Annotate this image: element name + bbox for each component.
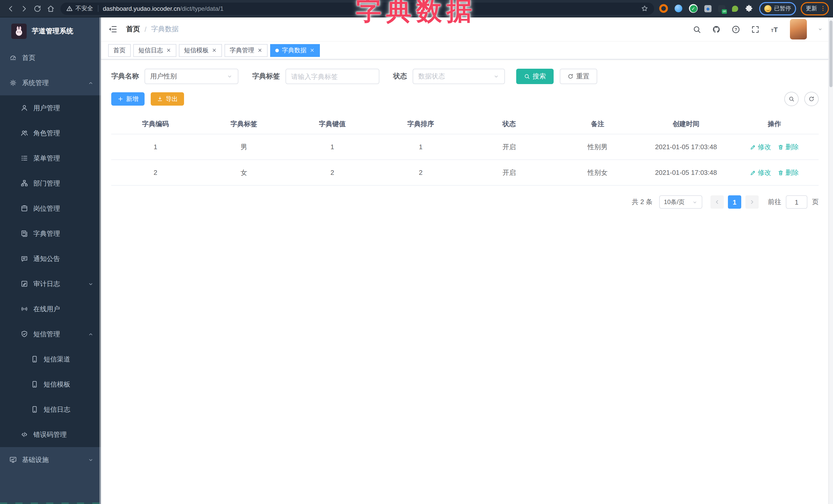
sidebar-item-1[interactable]: 系统管理 bbox=[0, 70, 101, 95]
sidebar-item-14[interactable]: 短信日志 bbox=[0, 397, 101, 422]
sidebar-item-label: 角色管理 bbox=[33, 128, 60, 138]
sidebar-item-3[interactable]: 角色管理 bbox=[0, 120, 101, 146]
browser-forward-button[interactable] bbox=[18, 2, 31, 15]
cell-code: 2 bbox=[111, 160, 200, 185]
refresh-table-button[interactable] bbox=[804, 92, 819, 106]
export-button[interactable]: 导出 bbox=[151, 92, 184, 105]
profile-paused-badge[interactable]: 已暂停 bbox=[759, 2, 796, 15]
status-label: 状态 bbox=[393, 72, 407, 81]
sidebar-item-10[interactable]: 在线用户 bbox=[0, 296, 101, 321]
extension-sprout-icon[interactable] bbox=[732, 5, 738, 11]
update-label: 更新 bbox=[806, 5, 817, 12]
page-unit-label: 页 bbox=[812, 197, 819, 207]
delete-button[interactable]: 删除 bbox=[778, 168, 799, 177]
sidebar-item-0[interactable]: 首页 bbox=[0, 45, 101, 70]
tabs-bar: 首页短信日志短信模板字典管理字典数据 bbox=[101, 41, 829, 59]
help-icon[interactable] bbox=[732, 25, 740, 33]
page-number-button[interactable]: 1 bbox=[728, 195, 741, 209]
close-icon[interactable] bbox=[166, 48, 171, 53]
tree-icon bbox=[21, 179, 28, 187]
extension-on-badge-icon[interactable] bbox=[718, 5, 725, 12]
code-icon bbox=[21, 431, 28, 438]
screen: 不安全 dashboard.yudao.iocoder.cn/dict/type… bbox=[0, 0, 833, 504]
sidebar-item-4[interactable]: 菜单管理 bbox=[0, 146, 101, 171]
sidebar-item-15[interactable]: 错误码管理 bbox=[0, 422, 101, 447]
address-bar[interactable]: 不安全 dashboard.yudao.iocoder.cn/dict/type… bbox=[61, 2, 654, 15]
dict-tag-input[interactable] bbox=[286, 69, 379, 84]
browser-back-button[interactable] bbox=[4, 2, 18, 15]
sidebar-item-12[interactable]: 短信渠道 bbox=[0, 346, 101, 372]
browser-reload-button[interactable] bbox=[31, 2, 44, 15]
sidebar-item-6[interactable]: 岗位管理 bbox=[0, 196, 101, 221]
extension-drop-icon[interactable] bbox=[674, 5, 682, 12]
close-icon[interactable] bbox=[310, 48, 315, 53]
chevron-down-icon bbox=[692, 199, 698, 205]
browser-home-button[interactable] bbox=[44, 2, 57, 15]
chevron-down-icon bbox=[493, 73, 499, 79]
sidebar-item-7[interactable]: 字典管理 bbox=[0, 221, 101, 246]
add-button[interactable]: 新增 bbox=[111, 92, 145, 105]
delete-button[interactable]: 删除 bbox=[778, 142, 799, 151]
dict-name-select[interactable]: 用户性别 bbox=[145, 69, 238, 84]
app-logo[interactable]: 芋道管理系统 bbox=[0, 18, 101, 45]
sidebar-item-label: 短信渠道 bbox=[44, 355, 70, 364]
kebab-menu-icon[interactable] bbox=[820, 5, 826, 12]
main-area: 首页 / 字典数据 首页短信日志短信模板字典管理字典数据 字典名称 用 bbox=[101, 18, 829, 504]
next-page-button[interactable] bbox=[745, 195, 759, 209]
header-search-icon[interactable] bbox=[693, 25, 701, 33]
extension-diamond-icon[interactable] bbox=[704, 5, 712, 12]
font-size-icon[interactable] bbox=[770, 25, 779, 33]
tab-1[interactable]: 短信日志 bbox=[133, 44, 176, 57]
sidebar-item-2[interactable]: 用户管理 bbox=[0, 95, 101, 120]
reload-icon bbox=[33, 4, 42, 13]
close-icon[interactable] bbox=[257, 48, 262, 53]
profile-emoji-icon bbox=[764, 5, 771, 12]
scrollbar-thumb[interactable] bbox=[829, 21, 832, 87]
tab-0[interactable]: 首页 bbox=[108, 44, 131, 57]
trash-icon bbox=[778, 144, 784, 150]
hamburger-icon[interactable] bbox=[108, 25, 117, 34]
edit-button[interactable]: 修改 bbox=[750, 142, 771, 151]
sidebar-item-label: 首页 bbox=[22, 53, 35, 62]
reset-button[interactable]: 重置 bbox=[560, 69, 597, 84]
tab-4[interactable]: 字典数据 bbox=[270, 44, 320, 57]
column-header-4: 状态 bbox=[465, 114, 553, 134]
avatar-caret-down-icon[interactable] bbox=[818, 27, 823, 32]
browser-update-button[interactable]: 更新 bbox=[801, 2, 829, 15]
rabbit-icon bbox=[13, 25, 25, 38]
sidebar-item-9[interactable]: 审计日志 bbox=[0, 271, 101, 296]
user-avatar[interactable] bbox=[790, 19, 807, 40]
breadcrumb-home[interactable]: 首页 bbox=[126, 25, 140, 34]
extension-check-icon[interactable] bbox=[689, 4, 698, 13]
bookmark-star-icon[interactable] bbox=[641, 5, 648, 12]
fullscreen-icon[interactable] bbox=[751, 25, 760, 33]
edit-button[interactable]: 修改 bbox=[750, 168, 771, 177]
column-header-3: 字典排序 bbox=[377, 114, 465, 134]
sidebar-item-5[interactable]: 部门管理 bbox=[0, 171, 101, 196]
sidebar-item-16[interactable]: 基础设施 bbox=[0, 447, 101, 472]
prev-page-button[interactable] bbox=[711, 195, 724, 209]
sidebar-item-label: 在线用户 bbox=[33, 304, 60, 314]
sidebar-item-label: 通知公告 bbox=[33, 254, 60, 263]
chevron-left-icon bbox=[714, 199, 720, 205]
sidebar-item-13[interactable]: 短信模板 bbox=[0, 372, 101, 397]
monitor-icon bbox=[9, 456, 17, 463]
status-select[interactable]: 数据状态 bbox=[413, 69, 505, 84]
search-button[interactable]: 搜索 bbox=[516, 69, 554, 84]
toggle-search-button[interactable] bbox=[784, 92, 799, 106]
page-scrollbar[interactable] bbox=[828, 18, 833, 504]
extension-donut-icon[interactable] bbox=[659, 4, 668, 13]
gear-icon bbox=[9, 79, 17, 87]
chevron-down-icon bbox=[227, 73, 233, 79]
close-icon[interactable] bbox=[212, 48, 217, 53]
sidebar-item-8[interactable]: 通知公告 bbox=[0, 246, 101, 271]
top-navbar: 首页 / 字典数据 bbox=[101, 18, 829, 41]
cell-actions: 修改删除 bbox=[730, 134, 819, 160]
extensions-puzzle-icon[interactable] bbox=[745, 4, 753, 13]
sidebar-item-11[interactable]: 短信管理 bbox=[0, 321, 101, 346]
page-size-select[interactable]: 10条/页 bbox=[659, 195, 702, 209]
tab-2[interactable]: 短信模板 bbox=[179, 44, 222, 57]
tab-3[interactable]: 字典管理 bbox=[224, 44, 268, 57]
github-icon[interactable] bbox=[712, 25, 721, 33]
goto-page-input[interactable] bbox=[786, 195, 807, 209]
